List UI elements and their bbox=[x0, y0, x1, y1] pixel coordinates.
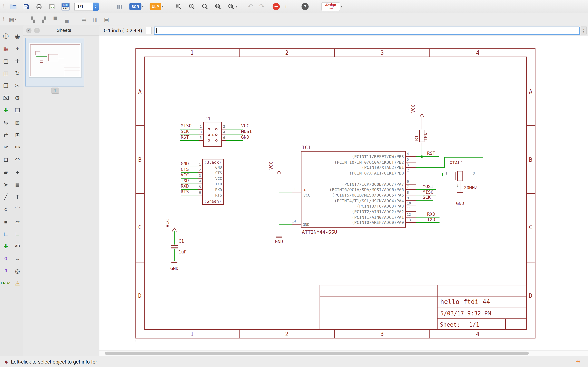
attribute-tool-icon[interactable]: {} bbox=[1, 253, 11, 264]
display-mode-2-icon[interactable]: ▥ bbox=[91, 15, 100, 24]
net-label[interactable]: RXD bbox=[181, 184, 189, 189]
sheets-close-icon[interactable]: ✕ bbox=[26, 27, 32, 33]
net-label[interactable]: GND bbox=[181, 161, 189, 166]
display-pair-3-icon[interactable]: ▀ bbox=[51, 15, 60, 24]
ic1-refdes[interactable]: IC1 bbox=[302, 145, 311, 150]
redo-button[interactable]: ↷ bbox=[259, 3, 264, 11]
attribute-global-tool-icon[interactable]: [] bbox=[1, 266, 11, 276]
history-up-icon[interactable]: ▲ bbox=[583, 28, 585, 31]
label-tool-icon[interactable]: AB bbox=[12, 241, 23, 251]
net-tool-icon[interactable]: ∟ bbox=[12, 229, 23, 239]
switch-to-board-button[interactable]: SCH BRD bbox=[61, 3, 70, 10]
delete-tool-icon[interactable]: ⌧ bbox=[1, 93, 11, 103]
value-tool-icon[interactable]: 10k bbox=[12, 142, 23, 152]
net-label[interactable]: TXD bbox=[427, 217, 435, 222]
toolbar-overflow-button[interactable]: ⁝ bbox=[285, 4, 287, 9]
lock-tool-icon[interactable]: ⊠ bbox=[12, 117, 23, 128]
invoke-tool-icon[interactable]: ⊞ bbox=[12, 130, 23, 140]
r1-value[interactable]: 10k bbox=[423, 133, 428, 141]
group-select-tool-icon[interactable]: ▢ bbox=[1, 56, 11, 66]
stepper-down-icon[interactable]: ▼ bbox=[95, 7, 97, 9]
component-ftdi-header[interactable]: (Black) (Green) GND CTS VCC TXD RXD RTS … bbox=[181, 159, 223, 205]
open-button[interactable] bbox=[9, 3, 17, 10]
power-vcc-ic[interactable]: VCC bbox=[268, 161, 281, 174]
name-tool-icon[interactable]: K2 bbox=[1, 142, 11, 152]
stepper-up-icon[interactable]: ▲ bbox=[95, 4, 97, 7]
export-image-button[interactable] bbox=[48, 3, 55, 10]
net-label[interactable]: MOSI bbox=[241, 129, 252, 134]
schematic-drawing[interactable]: 1 2 3 4 1 2 3 4 A B C D A B C D hello-ft… bbox=[99, 35, 588, 350]
status-notification-icon[interactable]: ✳ bbox=[576, 359, 580, 365]
display-pair-2-icon[interactable]: ▞ bbox=[40, 15, 49, 24]
display-pair-4-icon[interactable]: ▄ bbox=[62, 15, 71, 24]
rect-tool-icon[interactable]: ■ bbox=[1, 216, 11, 227]
sheet-number-badge[interactable]: 1 bbox=[51, 88, 59, 94]
net-label[interactable]: MISO bbox=[423, 190, 433, 195]
modules-button[interactable] bbox=[116, 3, 123, 10]
undo-button[interactable]: ↶ bbox=[248, 3, 253, 11]
zoom-select-button[interactable] bbox=[214, 3, 222, 11]
c1-refdes[interactable]: C1 bbox=[178, 239, 184, 244]
toolbar-drag-handle[interactable]: ⁞ bbox=[3, 4, 4, 9]
component-ic1[interactable]: IC1 ATTINY44-SSU 1 14 + VCC GND (PCINT11… bbox=[292, 145, 416, 235]
history-down-icon[interactable]: ▼ bbox=[583, 31, 585, 33]
pattern-tool-icon[interactable]: ≣ bbox=[12, 179, 23, 190]
pinswap-tool-icon[interactable]: ⇄ bbox=[1, 130, 11, 140]
net-label[interactable]: VCC bbox=[241, 123, 249, 128]
zoom-in-button[interactable] bbox=[188, 3, 196, 11]
command-history-stepper[interactable]: ▲ ▼ bbox=[581, 26, 587, 34]
sheets-float-icon[interactable]: ❐ bbox=[34, 27, 40, 33]
net-label[interactable]: RTS bbox=[181, 189, 189, 194]
move-tool-icon[interactable]: ✛ bbox=[12, 56, 23, 66]
command-mini-box[interactable] bbox=[146, 27, 151, 34]
dimension-tool-icon[interactable]: ↔ bbox=[12, 253, 23, 264]
wire-tool-icon[interactable]: ╱ bbox=[1, 192, 11, 202]
toolbar2-drag-handle[interactable]: ⁞ bbox=[3, 17, 4, 22]
mirror-tool-icon[interactable]: ◫ bbox=[1, 68, 11, 78]
horizontal-scrollbar-thumb[interactable] bbox=[105, 352, 529, 355]
net-label[interactable]: RST bbox=[181, 134, 189, 140]
display-mode-3-icon[interactable]: ▣ bbox=[102, 15, 111, 24]
ulp-button[interactable]: ULP bbox=[149, 3, 161, 10]
change-tool-icon[interactable]: ⚙ bbox=[12, 93, 23, 103]
dot-tool-icon[interactable]: ＋ bbox=[12, 167, 23, 177]
net-label[interactable]: SCK bbox=[181, 129, 189, 134]
c1-value[interactable]: 1uF bbox=[178, 249, 187, 254]
net-label[interactable]: MOSI bbox=[423, 184, 433, 189]
zoom-dropdown-icon[interactable]: ▾ bbox=[236, 5, 237, 8]
horizontal-scrollbar[interactable] bbox=[99, 350, 588, 356]
help-button[interactable]: ? bbox=[302, 3, 309, 10]
component-xtal1[interactable]: XTAL1 20MHZ 1 3 2 GND bbox=[445, 160, 477, 206]
junction-dot[interactable] bbox=[421, 155, 423, 158]
cut-tool-icon[interactable]: ✂ bbox=[12, 80, 23, 91]
net-label[interactable]: RST bbox=[427, 151, 435, 156]
design-link-button[interactable]: design link bbox=[321, 2, 340, 11]
polygon-fill-tool-icon[interactable]: ▰ bbox=[1, 167, 11, 177]
bus-tool-icon[interactable]: ∟ bbox=[1, 229, 11, 239]
j1-refdes[interactable]: J1 bbox=[205, 116, 211, 121]
ic1-value[interactable]: ATTINY44-SSU bbox=[302, 229, 337, 235]
ulp-dropdown-icon[interactable]: ▾ bbox=[162, 5, 163, 8]
add-part-tool-icon[interactable]: ✚ bbox=[1, 105, 11, 115]
display-mode-1-icon[interactable]: ▤ bbox=[79, 15, 88, 24]
sheet-selector[interactable]: 1/1 ▲ ▼ bbox=[74, 2, 98, 11]
circle-tool-icon[interactable]: ○ bbox=[1, 204, 11, 214]
zoom-redraw-button[interactable] bbox=[227, 3, 235, 11]
scr-dropdown-icon[interactable]: ▾ bbox=[142, 5, 144, 8]
title-block[interactable]: hello-ftdi-44 5/03/17 9:32 PM Sheet: 1/1 bbox=[320, 285, 527, 330]
polygon-tool-icon[interactable]: ▱ bbox=[12, 216, 23, 227]
editor-canvas[interactable]: 1 2 3 4 1 2 3 4 A B C D A B C D hello-ft… bbox=[99, 35, 588, 350]
net-label[interactable]: CTS bbox=[181, 167, 189, 172]
rotate-tool-icon[interactable]: ↻ bbox=[12, 68, 23, 78]
sheet-selector-stepper[interactable]: ▲ ▼ bbox=[93, 2, 99, 11]
display-layers-icon[interactable]: ▦ bbox=[1, 43, 11, 54]
show-tool-icon[interactable]: ◉ bbox=[12, 31, 23, 42]
net-label[interactable]: VCC bbox=[181, 172, 189, 177]
sheet-thumbnail[interactable] bbox=[25, 38, 84, 88]
ray-tool-icon[interactable]: ➤ bbox=[1, 179, 11, 190]
r1-refdes[interactable]: R1 bbox=[414, 135, 419, 141]
xtal1-refdes[interactable]: XTAL1 bbox=[450, 160, 463, 165]
mark-tool-icon[interactable]: ⌖ bbox=[12, 43, 23, 54]
component-c1[interactable]: VCC C1 1uF GND bbox=[165, 219, 187, 271]
xtal1-value[interactable]: 20MHZ bbox=[464, 185, 477, 190]
